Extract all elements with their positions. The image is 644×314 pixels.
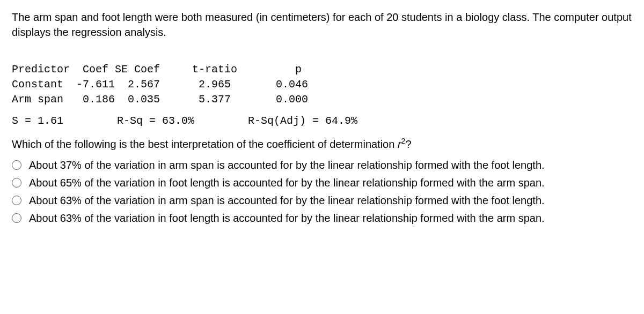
stat-rsq: R-Sq = 63.0% xyxy=(117,115,194,127)
option-c[interactable]: About 63% of the variation in arm span i… xyxy=(12,195,632,207)
radio-icon[interactable] xyxy=(12,178,21,188)
table-row-armspan: Arm span 0.186 0.035 5.377 0.000 xyxy=(12,93,308,106)
option-a[interactable]: About 37% of the variation in arm span i… xyxy=(12,159,632,171)
option-label: About 63% of the variation in foot lengt… xyxy=(29,212,545,225)
question-text-suffix: ? xyxy=(405,138,411,150)
regression-table: Predictor Coef SE Coef t-ratio p Constan… xyxy=(12,47,632,107)
table-row-constant: Constant -7.611 2.567 2.965 0.046 xyxy=(12,78,308,91)
stat-s: S = 1.61 xyxy=(12,115,63,127)
r-squared-symbol: r xyxy=(398,138,401,150)
question-intro: The arm span and foot length were both m… xyxy=(12,10,632,40)
radio-icon[interactable] xyxy=(12,196,21,205)
answer-options: About 37% of the variation in arm span i… xyxy=(12,159,632,225)
table-header: Predictor Coef SE Coef t-ratio p xyxy=(12,63,302,76)
summary-stats: S = 1.61 R-Sq = 63.0% R-Sq(Adj) = 64.9% xyxy=(12,115,632,127)
question-prompt: Which of the following is the best inter… xyxy=(12,137,632,151)
option-b[interactable]: About 65% of the variation in foot lengt… xyxy=(12,177,632,189)
radio-icon[interactable] xyxy=(12,160,21,170)
option-label: About 63% of the variation in arm span i… xyxy=(29,195,545,207)
stat-rsq-adj: R-Sq(Adj) = 64.9% xyxy=(248,115,357,127)
option-label: About 37% of the variation in arm span i… xyxy=(29,159,545,171)
option-d[interactable]: About 63% of the variation in foot lengt… xyxy=(12,212,632,225)
question-text-prefix: Which of the following is the best inter… xyxy=(12,138,398,150)
radio-icon[interactable] xyxy=(12,213,21,223)
option-label: About 65% of the variation in foot lengt… xyxy=(29,177,545,189)
